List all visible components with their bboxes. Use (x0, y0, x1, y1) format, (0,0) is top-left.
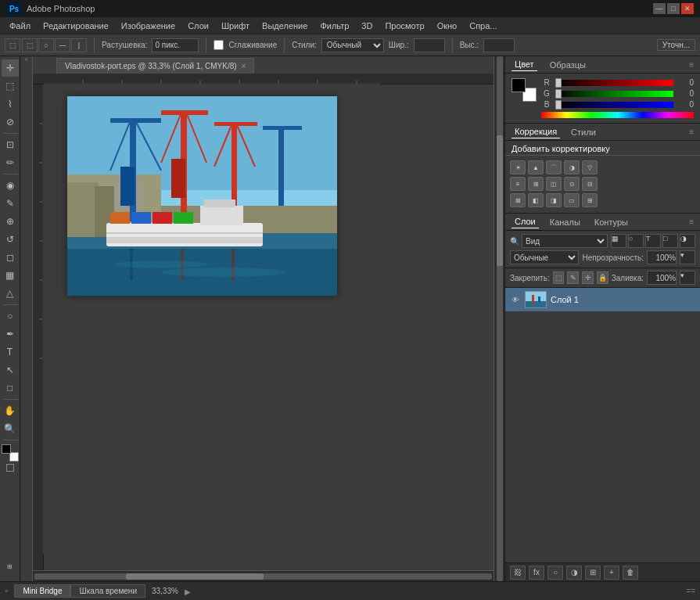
adj-channelmix[interactable]: ⊟ (582, 177, 598, 191)
menu-help[interactable]: Спра... (463, 20, 503, 32)
layer-mask-btn[interactable]: ○ (547, 566, 563, 580)
b-slider[interactable] (555, 102, 673, 108)
link-layers-btn[interactable]: ⛓ (510, 566, 526, 580)
r-slider[interactable] (555, 80, 673, 86)
blend-mode-select[interactable]: Обычные (510, 250, 579, 264)
menu-window[interactable]: Окно (431, 20, 464, 32)
layer-visibility-toggle[interactable]: 👁 (510, 294, 521, 305)
adj-bw[interactable]: ◫ (546, 177, 562, 191)
doc-info-icon[interactable]: ▶ (185, 587, 191, 596)
lock-transparent-icon[interactable]: ⬚ (553, 271, 565, 284)
layer-filter-icon[interactable]: ▦ (611, 234, 626, 248)
minimize-button[interactable]: — (653, 3, 666, 14)
g-slider[interactable] (555, 91, 673, 97)
h-scroll-thumb[interactable] (126, 573, 264, 580)
g-thumb[interactable] (555, 89, 562, 99)
adj-exposure[interactable]: ◑ (564, 160, 580, 174)
color-fg-bg[interactable] (512, 78, 537, 102)
menu-file[interactable]: Файл (3, 20, 37, 32)
refine-button[interactable]: Уточн... (657, 39, 695, 51)
maximize-button[interactable]: □ (667, 3, 680, 14)
lasso-tool[interactable]: ⌇ (2, 95, 19, 113)
canvas-viewport[interactable] (44, 84, 494, 570)
b-thumb[interactable] (555, 100, 562, 110)
color-tab[interactable]: Цвет (512, 58, 537, 71)
quick-mask-icon[interactable] (6, 464, 14, 472)
doc-info-arrow[interactable]: ▶ (185, 587, 191, 596)
adj-posterize[interactable]: ◧ (528, 193, 544, 207)
strip-expand[interactable]: » (23, 58, 29, 64)
screen-mode-btn[interactable]: ⊞ (2, 558, 19, 575)
smooth-checkbox[interactable] (214, 40, 224, 50)
selection-tool-icon[interactable]: ⬚ (5, 38, 20, 52)
move-tool[interactable]: ✛ (2, 59, 19, 77)
fill-input[interactable] (647, 271, 677, 285)
menu-view[interactable]: Просмотр (379, 20, 430, 32)
layers-menu[interactable]: ≡ (689, 217, 694, 226)
v-scroll-thumb[interactable] (497, 135, 503, 267)
layer-item-1[interactable]: 👁 Слой 1 (505, 288, 700, 311)
shape-tool[interactable]: □ (2, 379, 19, 397)
menu-layers[interactable]: Слои (181, 20, 215, 32)
collapse-icon[interactable]: == (686, 587, 695, 595)
menu-filter[interactable]: Фильтр (314, 20, 355, 32)
brush-tool[interactable]: ✎ (2, 195, 19, 212)
menu-image[interactable]: Изображение (115, 20, 181, 32)
type-tool[interactable]: T (2, 343, 19, 361)
styles-tab[interactable]: Стили (568, 126, 599, 138)
paths-tab[interactable]: Контуры (591, 216, 631, 228)
layer-style-btn[interactable]: fx (529, 566, 544, 580)
mini-bridge-tab[interactable]: Mini Bridge (14, 584, 70, 598)
r-thumb[interactable] (555, 78, 562, 88)
dodge-tool[interactable]: ○ (2, 307, 19, 325)
adj-layer-btn[interactable]: ◑ (566, 566, 582, 580)
channels-tab[interactable]: Каналы (547, 216, 583, 228)
blend-search-select[interactable]: Вид (522, 234, 608, 248)
timeline-tab[interactable]: Шкала времени (70, 584, 145, 598)
group-btn[interactable]: ⊞ (585, 566, 601, 580)
layer-text-icon[interactable]: T (645, 234, 661, 248)
fg-color-swatch[interactable] (2, 444, 11, 454)
single-col-btn[interactable]: | (71, 38, 87, 52)
menu-select[interactable]: Выделение (256, 20, 314, 32)
menu-3d[interactable]: 3D (355, 20, 379, 32)
correction-menu[interactable]: ≡ (689, 128, 694, 136)
gradient-tool[interactable]: ▦ (2, 267, 19, 284)
blur-tool[interactable]: △ (2, 285, 19, 302)
fg-bg-color-swatch[interactable] (2, 444, 19, 462)
clone-tool[interactable]: ⊕ (2, 213, 19, 230)
adj-levels[interactable]: ▲ (528, 160, 544, 174)
adj-selective[interactable]: ⊞ (582, 193, 598, 207)
spot-heal-tool[interactable]: ◉ (2, 177, 19, 194)
width-input[interactable] (414, 38, 445, 52)
adj-hsl[interactable]: ≡ (510, 177, 526, 191)
pen-tool[interactable]: ✒ (2, 325, 19, 343)
v-scroll-track[interactable] (497, 56, 503, 581)
doc-tab-close[interactable]: × (242, 62, 246, 70)
adj-invert[interactable]: ⊠ (510, 193, 526, 207)
lock-all-icon[interactable]: 🔒 (597, 271, 608, 284)
history-tool[interactable]: ↺ (2, 231, 19, 248)
eyedropper-tool[interactable]: ✏ (2, 154, 19, 171)
swatches-tab[interactable]: Образцы (547, 59, 589, 71)
lock-pixels-icon[interactable]: ✎ (567, 271, 579, 284)
delete-layer-btn[interactable]: 🗑 (623, 566, 638, 580)
color-spectrum[interactable] (541, 112, 694, 118)
new-layer-btn[interactable]: + (604, 566, 619, 580)
adj-gradient[interactable]: ▭ (564, 193, 580, 207)
layer-type-icon[interactable]: ○ (628, 234, 644, 248)
adj-curves[interactable]: ⌒ (546, 160, 562, 174)
v-scrollbar[interactable] (494, 56, 504, 581)
rect-select-btn[interactable]: ⬚ (22, 38, 38, 52)
color-panel-menu[interactable]: ≡ (689, 60, 694, 69)
adj-colorbalance[interactable]: ⊞ (528, 177, 544, 191)
quick-select-tool[interactable]: ⊘ (2, 113, 19, 131)
hand-tool[interactable]: ✋ (2, 402, 19, 419)
lock-move-icon[interactable]: ✛ (582, 271, 594, 284)
correction-tab[interactable]: Коррекция (512, 125, 560, 138)
height-input[interactable] (483, 38, 515, 52)
crop-tool[interactable]: ⊡ (2, 136, 19, 153)
layer-adjust-icon[interactable]: ◑ (680, 234, 695, 248)
collapse-arrow[interactable]: » (5, 587, 8, 595)
feather-input[interactable] (152, 38, 199, 52)
